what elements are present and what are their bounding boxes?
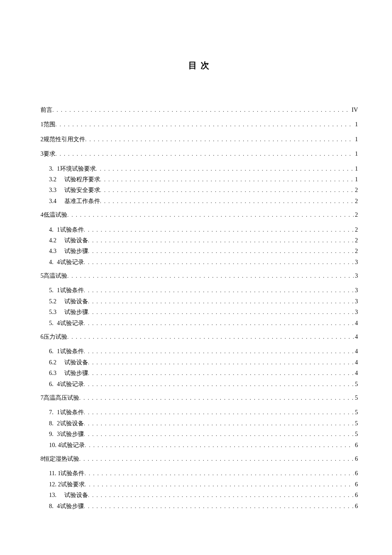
toc-entry-number: 4.3 [49,247,64,256]
toc-entry-level2: 9.3 试验步骤5 [40,430,358,439]
toc-entry-label: 试验设备 [64,297,88,306]
toc-entry-number: 7.1 [49,408,60,417]
toc-entry-level2: 3.3试验安全要求2 [40,186,358,195]
toc-entry-page: 6 [354,441,358,450]
toc-entry-number: 6.1 [49,347,60,356]
toc-entry-label: 试验条件 [60,286,84,295]
toc-entry-level2: 6.3试验步骤4 [40,369,358,378]
toc-leader-dots [67,332,354,342]
toc-entry-page: 3 [354,271,358,281]
toc-entry-level2: 3.2试验程序要求1 [40,175,358,184]
toc-title: 目 次 [40,60,358,71]
toc-entry-page: 2 [354,210,358,220]
toc-entry-number: 5.3 [49,308,64,317]
toc-entry-level2: 6.4 试验记录5 [40,380,358,389]
toc-entry-level2: 13.试验设备6 [40,491,358,500]
toc-entry-level2: 5.3试验步骤3 [40,308,358,317]
toc-entry-page: 3 [354,308,358,317]
toc-subgroup: 11. 1 试验条件612. 2 试验要求613.试验设备68.4 试验步骤6 [40,469,358,511]
toc-entry-page: 5 [354,393,358,403]
toc-entry-level2: 4.2试验设备2 [40,236,358,245]
toc-entry-number: 3 [40,149,43,159]
toc-entry-label: 试验步骤 [60,430,84,439]
toc-entry-number: 4.4 [49,258,60,267]
toc-subgroup: 6.1 试验条件46.2试验设备46.3试验步骤46.4 试验记录5 [40,347,358,389]
toc-entry-page: 4 [354,347,358,356]
toc-entry-level2: 5.1 试验条件3 [40,286,358,295]
toc-entry-level1: 4 低温试验2 [40,210,358,220]
toc-entry-page: 3 [354,258,358,267]
toc-entry-level2: 6.2试验设备4 [40,358,358,367]
toc-entry-level1: 3 要求1 [40,149,358,159]
toc-entry-number: 1 [40,120,43,129]
toc-entry-label: 环境试验要求 [60,164,96,174]
toc-entry-number: 4 [40,210,43,220]
toc-entry-page: 4 [354,369,358,378]
toc-entry-number: 5.1 [49,286,60,295]
toc-entry-page: 6 [354,502,358,511]
toc-entry-number: 11. 1 [49,469,61,478]
toc-entry-page: 5 [354,419,358,428]
toc-leader-dots [55,149,354,159]
toc-entry-label: 试验步骤 [64,308,88,317]
toc-entry-number: 12. 2 [49,480,61,489]
toc-entry-label: 基准工作条件 [64,197,100,206]
toc-entry-label: 试验记录 [60,319,84,328]
toc-entry-number: 6 [40,332,43,342]
toc-entry-label: 试验程序要求 [64,175,100,184]
toc-entry-level2: 12. 2 试验要求6 [40,480,358,489]
toc-entry-level1: 1 范围1 [40,120,358,129]
toc-leader-dots [100,186,354,195]
toc-entry-level2: 4.1 试验条件2 [40,225,358,235]
toc-entry-level1: 8 恒定湿热试验6 [40,454,358,464]
toc-entry-level2: 8.2 试验设备5 [40,419,358,428]
toc-entry-page: IV [350,105,358,115]
toc-entry-label: 要求 [43,149,55,159]
toc-entry-number: 3.2 [49,175,64,184]
toc-entry-number: 6.3 [49,369,64,378]
toc-entry-number: 4.1 [49,225,60,235]
toc-leader-dots [88,297,354,306]
toc-entry-page: 5 [354,408,358,417]
toc-entry-level2: 7.1 试验条件5 [40,408,358,417]
toc-leader-dots [52,105,350,115]
toc-entry-number: 5.4 [49,319,60,328]
toc-entry-level2: 4.4 试验记录3 [40,258,358,267]
toc-entry-label: 恒定湿热试验 [43,454,79,464]
document-page: 目 次 前言IV1 范围12 规范性引用文件13 要求13.1 环境试验要求13… [0,0,392,555]
toc-entry-label: 试验记录 [60,258,84,267]
toc-leader-dots [85,441,354,450]
toc-leader-dots [84,225,354,235]
toc-entry-page: 4 [354,358,358,367]
toc-leader-dots [67,210,354,220]
toc-entry-label: 试验设备 [64,491,88,500]
toc-entry-label: 试验步骤 [60,502,84,511]
toc-entry-page: 5 [354,430,358,439]
toc-entry-level1: 7 高温高压试验5 [40,393,358,403]
toc-entry-level2: 3.4基准工作条件2 [40,197,358,206]
toc-entry-number: 4.2 [49,236,64,245]
toc-leader-dots [84,408,354,417]
toc-entry-label: 试验记录 [60,380,84,389]
toc-entry-page: 2 [354,236,358,245]
toc-entry-number: 6.2 [49,358,64,367]
toc-leader-dots [55,120,354,129]
toc-entry-level1: 6 压力试验4 [40,332,358,342]
toc-leader-dots [85,480,354,489]
toc-leader-dots [88,247,354,256]
toc-entry-page: 4 [354,332,358,342]
toc-entry-level2: 10. 4 试验记录6 [40,441,358,450]
toc-entry-page: 5 [354,380,358,389]
toc-leader-dots [100,197,354,206]
toc-entry-page: 2 [354,247,358,256]
toc-entry-page: 1 [354,120,358,129]
toc-entry-label: 试验设备 [60,419,84,428]
toc-entry-level2: 5.2试验设备3 [40,297,358,306]
toc-entry-number: 3.1 [49,164,60,174]
toc-subgroup: 4.1 试验条件24.2试验设备24.3试验步骤24.4 试验记录3 [40,225,358,267]
toc-leader-dots [100,175,354,184]
toc-entry-page: 2 [354,197,358,206]
toc-entry-number: 7 [40,393,43,403]
toc-leader-dots [85,135,354,144]
toc-leader-dots [88,236,354,245]
